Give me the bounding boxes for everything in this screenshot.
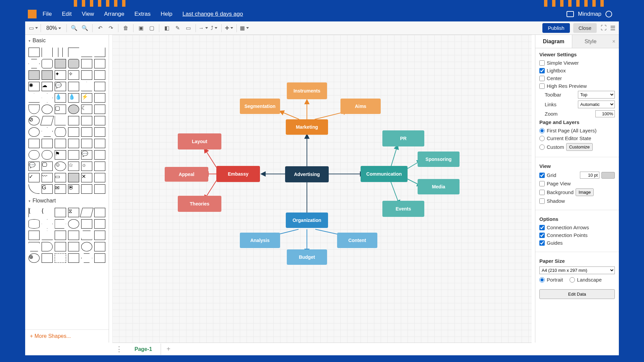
menu-view[interactable]: View bbox=[82, 11, 94, 17]
shape-tri2[interactable] bbox=[29, 93, 40, 103]
shape-screen[interactable]: 🖵 bbox=[42, 162, 53, 171]
shape-moon[interactable]: ☾ bbox=[81, 105, 92, 114]
shape-star3[interactable]: ☆ bbox=[68, 162, 79, 171]
shape-mail[interactable]: ✉ bbox=[55, 184, 66, 194]
fc-tri[interactable] bbox=[42, 231, 53, 240]
conn-arrows-checkbox[interactable] bbox=[539, 225, 545, 230]
page-options-icon[interactable]: ⋮ bbox=[112, 345, 126, 354]
fc-bracket[interactable]: [ bbox=[29, 208, 40, 217]
shape-f1[interactable] bbox=[29, 70, 40, 80]
menu-edit[interactable]: Edit bbox=[62, 11, 71, 17]
fc-para[interactable] bbox=[80, 208, 94, 217]
pageview-checkbox[interactable] bbox=[539, 181, 545, 186]
add-page-icon[interactable]: + bbox=[161, 343, 176, 356]
shape-rect[interactable] bbox=[29, 48, 40, 57]
redo-icon[interactable]: ↷ bbox=[106, 23, 115, 33]
node-advertising[interactable]: Advertising bbox=[285, 166, 329, 182]
custom-radio[interactable] bbox=[539, 144, 545, 150]
to-back-icon[interactable]: ▢ bbox=[147, 23, 156, 33]
format-panel-toggle-icon[interactable]: ☰ bbox=[610, 24, 615, 32]
fc-4[interactable] bbox=[94, 231, 105, 240]
customize-button[interactable]: Customize bbox=[566, 143, 593, 151]
fc-sum[interactable]: ⊕ bbox=[29, 253, 40, 263]
shape-lens[interactable] bbox=[55, 127, 66, 137]
more-shapes-link[interactable]: + More Shapes... bbox=[25, 329, 109, 343]
shape-r6[interactable] bbox=[94, 139, 105, 148]
shape-hexagon[interactable] bbox=[29, 59, 40, 68]
fc-trap[interactable] bbox=[81, 231, 92, 240]
node-organization[interactable]: Organization bbox=[286, 213, 328, 228]
shape-cube[interactable]: ▢ bbox=[55, 105, 66, 114]
shape-s10[interactable] bbox=[81, 127, 92, 137]
shape-check[interactable]: ✓ bbox=[29, 173, 40, 182]
grid-color-swatch[interactable] bbox=[601, 172, 615, 179]
first-page-radio[interactable] bbox=[539, 128, 545, 133]
menu-extras[interactable]: Extras bbox=[135, 11, 151, 17]
shape-s7[interactable] bbox=[81, 116, 92, 125]
publish-button[interactable]: Publish bbox=[542, 23, 570, 33]
shape-r7[interactable] bbox=[68, 150, 79, 160]
simple-viewer-checkbox[interactable] bbox=[539, 60, 545, 66]
shape-s6[interactable] bbox=[68, 116, 79, 125]
shape-r4[interactable] bbox=[68, 139, 79, 148]
shape-dia[interactable] bbox=[42, 93, 53, 103]
node-theories[interactable]: Theories bbox=[178, 196, 221, 212]
canvas[interactable]: Advertising Marketing Segmentation Instr… bbox=[112, 35, 532, 343]
tab-style[interactable]: Style bbox=[572, 35, 609, 48]
shape-forbid[interactable]: ⊘ bbox=[29, 116, 40, 125]
shape-round-fill[interactable] bbox=[68, 59, 79, 68]
presentation-icon[interactable] bbox=[567, 11, 574, 17]
close-button[interactable]: Close bbox=[573, 23, 597, 33]
shape-s4[interactable] bbox=[94, 93, 105, 103]
shape-flag[interactable]: ⚑ bbox=[55, 150, 66, 160]
shape-tri3[interactable] bbox=[55, 116, 66, 125]
shape-round[interactable] bbox=[42, 59, 53, 68]
landscape-radio[interactable] bbox=[570, 277, 575, 283]
zoom-dropdown[interactable]: 80% bbox=[44, 25, 64, 31]
shape-s11[interactable] bbox=[94, 127, 105, 137]
grid-checkbox[interactable] bbox=[539, 173, 545, 178]
delete-icon[interactable]: 🗑 bbox=[121, 23, 130, 33]
shape-arc[interactable] bbox=[29, 184, 40, 194]
fc-rect[interactable] bbox=[55, 208, 66, 217]
fc-hex[interactable] bbox=[81, 253, 92, 263]
node-aims[interactable]: Aims bbox=[340, 99, 381, 114]
menu-arrange[interactable]: Arrange bbox=[104, 11, 124, 17]
last-change-link[interactable]: Last change 6 days ago bbox=[182, 11, 243, 17]
fc-dia[interactable] bbox=[42, 219, 53, 229]
shape-parallel[interactable] bbox=[58, 48, 63, 57]
toolbar-select[interactable]: Top bbox=[578, 91, 615, 99]
guides-checkbox[interactable] bbox=[539, 240, 545, 246]
shape-rect2[interactable] bbox=[81, 59, 92, 68]
fc-r5[interactable] bbox=[68, 253, 79, 263]
shape-rect3[interactable] bbox=[94, 59, 105, 68]
shape-callout[interactable]: 💬 bbox=[55, 82, 66, 91]
shape-doc[interactable]: ▭ bbox=[55, 173, 66, 182]
background-checkbox[interactable] bbox=[539, 190, 545, 195]
fc-cyl[interactable] bbox=[29, 219, 40, 229]
shape-x[interactable]: ✕ bbox=[81, 173, 92, 182]
fc-6[interactable] bbox=[94, 253, 105, 263]
shape-s3[interactable] bbox=[94, 82, 105, 91]
portrait-radio[interactable] bbox=[539, 277, 545, 283]
shape-card[interactable] bbox=[68, 82, 79, 91]
node-marketing[interactable]: Marketing bbox=[286, 119, 328, 135]
close-format-panel-icon[interactable]: × bbox=[609, 35, 619, 48]
shape-burst[interactable]: ✺ bbox=[29, 82, 40, 91]
lightbox-checkbox[interactable] bbox=[539, 68, 545, 73]
page-tab-1[interactable]: Page-1 bbox=[126, 344, 161, 355]
editor-state-radio[interactable] bbox=[539, 136, 545, 141]
shape-rect-fill[interactable] bbox=[55, 59, 66, 68]
connection-icon[interactable]: → bbox=[199, 23, 208, 33]
zoom-input[interactable] bbox=[595, 110, 615, 117]
shape-r1[interactable] bbox=[29, 139, 40, 148]
conn-points-checkbox[interactable] bbox=[539, 233, 545, 238]
node-instruments[interactable]: Instruments bbox=[287, 82, 327, 99]
shape-smile[interactable]: ☺ bbox=[55, 162, 66, 171]
shape-corner2[interactable] bbox=[94, 48, 105, 57]
node-analysis[interactable]: Analysis bbox=[240, 233, 280, 248]
shape-s2[interactable] bbox=[94, 70, 105, 80]
to-front-icon[interactable]: ▣ bbox=[136, 23, 146, 33]
shape-star2[interactable]: ✧ bbox=[68, 70, 79, 80]
shape-circle[interactable] bbox=[42, 105, 53, 114]
